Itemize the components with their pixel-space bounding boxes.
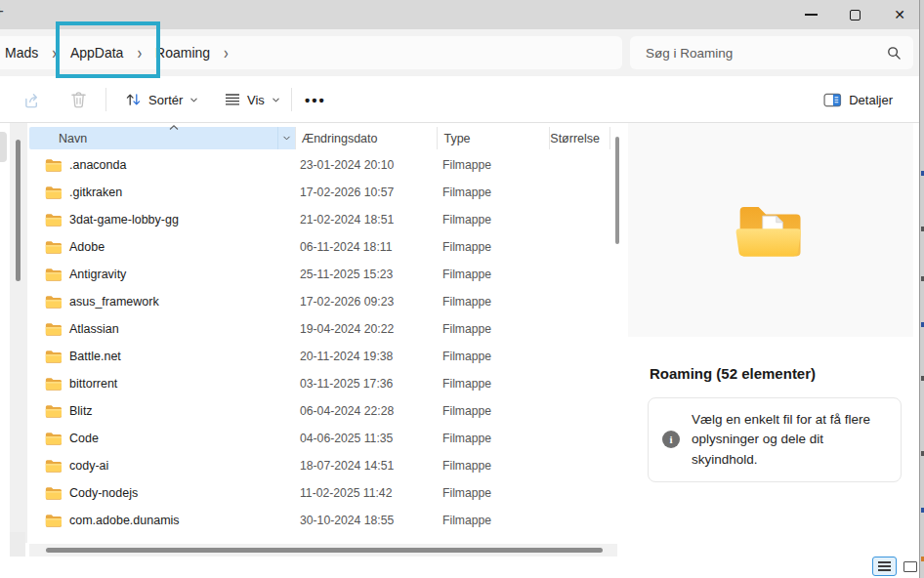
details-view-toggle[interactable] [872,557,897,576]
sort-icon [125,92,142,107]
chevron-down-icon [189,96,198,104]
view-button[interactable]: Vis [219,85,286,114]
folder-icon [45,186,62,199]
minimize-button[interactable] [788,0,833,29]
horizontal-scrollbar-thumb[interactable] [46,548,603,553]
folder-front [736,228,801,256]
table-row[interactable]: com.adobe.dunamis 30-10-2024 18:55 Filma… [29,507,610,534]
more-options-button[interactable]: ••• [299,85,332,114]
chevron-right-icon: › [52,43,57,62]
folder-icon [45,268,62,281]
info-icon: i [662,431,680,448]
left-scrollbar-track[interactable] [10,123,27,543]
column-header-date-label: Ændringsdato [302,132,378,145]
table-row[interactable]: bittorrent 03-11-2025 17:36 Filmappe [29,370,610,397]
file-name: .gitkraken [69,186,122,199]
sort-label: Sortér [148,93,183,107]
close-button[interactable]: ✕ [877,0,922,29]
table-row[interactable]: Adobe 06-11-2024 18:11 Filmappe [29,233,610,261]
left-scrollbar-thumb[interactable] [16,140,21,281]
sort-button[interactable]: Sortér [119,85,204,114]
table-row[interactable]: Blitz 06-04-2024 22:28 Filmappe [29,397,610,425]
toolbar-divider [291,88,292,111]
screenshot-root: + ✕ Mads › AppData › Roaming › Søg i Roa… [0,0,924,578]
column-header-row: Navn Ændringsdato Type Størrelse [29,127,610,149]
share-button[interactable] [18,85,48,114]
file-date: 06-04-2024 22:28 [295,404,438,418]
folder-icon [45,322,62,336]
file-date: 04-06-2025 11:35 [295,432,438,445]
column-header-date[interactable]: Ændringsdato [295,127,438,149]
left-rail [0,123,28,557]
table-row[interactable]: Atlassian 19-04-2024 20:22 Filmappe [29,315,610,343]
folder-icon [45,240,62,254]
file-name: Adobe [69,240,105,254]
file-name: Atlassian [69,322,119,336]
column-header-type-label: Type [443,132,470,145]
details-pane-button[interactable]: Detaljer [818,85,899,114]
table-row[interactable]: Battle.net 20-11-2024 19:38 Filmappe [29,343,610,370]
breadcrumb-item-appdata[interactable]: AppData [68,41,125,64]
chevron-down-icon [282,134,291,143]
details-panel: Roaming (52 elementer) i Vælg en enkelt … [628,123,918,557]
explorer-window: + ✕ Mads › AppData › Roaming › Søg i Roa… [0,0,919,578]
chevron-right-icon: › [224,43,229,62]
file-type: Filmappe [438,514,550,527]
file-type: Filmappe [438,322,550,336]
file-date: 30-10-2024 18:55 [295,514,438,527]
file-name: 3dat-game-lobby-gg [69,213,179,227]
breadcrumb-item-mads[interactable]: Mads [3,41,40,64]
column-header-size[interactable]: Størrelse [549,127,610,149]
title-bar: + ✕ [0,0,919,29]
folder-icon [45,432,62,445]
table-row[interactable]: cody-ai 18-07-2024 14:51 Filmappe [29,452,610,479]
search-box[interactable]: Søg i Roaming [630,36,913,69]
table-row[interactable]: Code 04-06-2025 11:35 Filmappe [29,425,610,452]
file-list: .anaconda 23-01-2024 20:10 Filmappe .git… [29,151,610,534]
table-row[interactable]: 3dat-game-lobby-gg 21-02-2024 18:51 Film… [29,206,610,233]
nav-pane-scroll-chip[interactable] [0,132,7,162]
file-type: Filmappe [438,158,550,172]
file-type: Filmappe [438,240,550,254]
file-type: Filmappe [438,459,550,473]
address-bar[interactable]: Mads › AppData › Roaming › [0,36,622,69]
column-header-name-label: Navn [59,132,87,145]
horizontal-scrollbar-track[interactable] [29,544,617,557]
maximize-button[interactable] [832,0,877,29]
table-row[interactable]: Cody-nodejs 11-02-2025 11:42 Filmappe [29,479,610,507]
column-header-name[interactable]: Navn [29,127,295,149]
status-bar [0,557,919,578]
file-date: 20-11-2024 19:38 [295,350,438,363]
column-filter-dropdown[interactable] [277,127,295,149]
vertical-scrollbar-thumb[interactable] [615,137,619,244]
new-tab-icon[interactable]: + [0,2,4,21]
address-row: Mads › AppData › Roaming › Søg i Roaming [0,29,919,76]
table-row[interactable]: asus_framework 17-02-2026 09:23 Filmappe [29,288,610,315]
chevron-right-icon: › [137,43,142,62]
file-name: .anaconda [69,158,126,172]
table-row[interactable]: .anaconda 23-01-2024 20:10 Filmappe [29,151,610,179]
folder-icon [45,213,62,227]
column-header-type[interactable]: Type [437,127,549,149]
file-type: Filmappe [438,404,550,418]
file-type: Filmappe [438,186,550,199]
file-date: 03-11-2025 17:36 [295,377,438,391]
file-type: Filmappe [438,432,550,445]
details-pane-icon [823,93,842,107]
thumbnail-view-toggle[interactable] [902,558,919,574]
folder-icon [45,377,62,391]
file-date: 17-02-2026 10:57 [295,186,438,199]
thumbnail-view-icon [903,561,917,572]
file-name: Antigravity [69,268,126,281]
file-type: Filmappe [438,268,550,281]
delete-button[interactable] [64,85,93,114]
file-name: com.adobe.dunamis [69,514,180,527]
panel-title: Roaming (52 elementer) [650,365,816,382]
table-row[interactable]: .gitkraken 17-02-2026 10:57 Filmappe [29,179,610,206]
share-icon [23,91,42,109]
file-type: Filmappe [438,377,550,391]
preview-area [628,123,913,337]
file-name: Blitz [69,404,93,418]
table-row[interactable]: Antigravity 25-11-2025 15:23 Filmappe [29,261,610,288]
breadcrumb-item-roaming[interactable]: Roaming [153,41,212,64]
